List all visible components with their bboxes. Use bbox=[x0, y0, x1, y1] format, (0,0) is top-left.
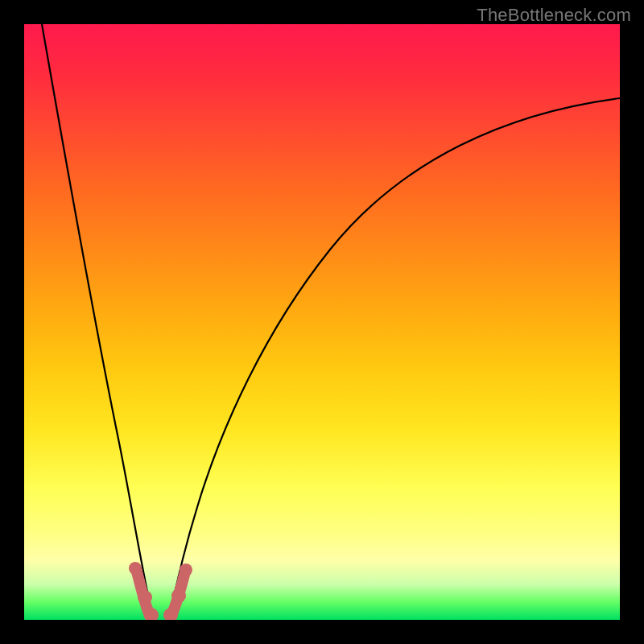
chart-frame: TheBottleneck.com bbox=[0, 0, 644, 644]
marker-dot bbox=[171, 588, 186, 603]
marker-dot bbox=[138, 590, 152, 605]
watermark-text: TheBottleneck.com bbox=[477, 5, 631, 26]
marker-dot bbox=[129, 562, 142, 575]
curve-layer bbox=[24, 24, 620, 620]
plot-area bbox=[24, 24, 620, 620]
curve-right-branch bbox=[169, 98, 620, 620]
curve-left-branch bbox=[42, 24, 153, 620]
marker-dot bbox=[180, 564, 192, 576]
